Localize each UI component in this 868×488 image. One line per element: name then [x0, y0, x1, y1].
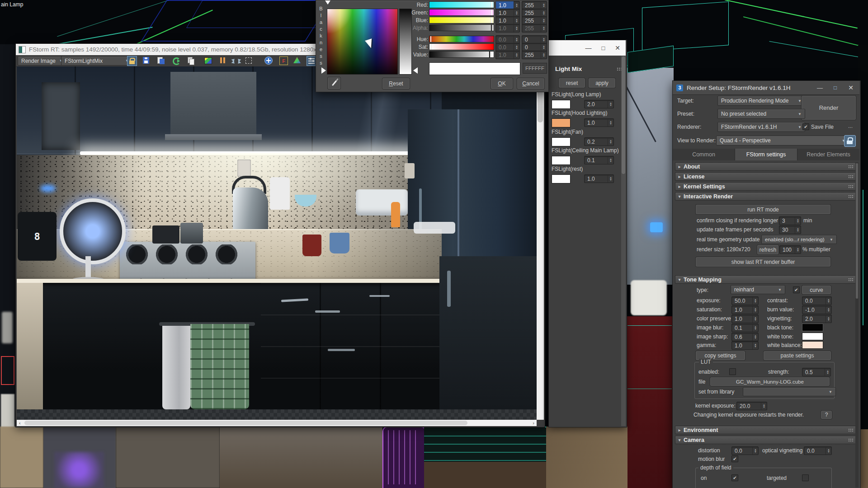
- lightmix-mode-dropdown[interactable]: FStormLightMix▼: [61, 56, 132, 66]
- maximize-button[interactable]: □: [828, 84, 842, 91]
- square-top-marker[interactable]: [325, 0, 330, 7]
- render-image-dropdown[interactable]: Render Image▼: [18, 56, 66, 66]
- save-file-checkbox[interactable]: ✔: [802, 123, 809, 130]
- light-value-spinner[interactable]: 1.0▲▼: [584, 174, 614, 183]
- rollout-tone-mapping[interactable]: ▾Tone Mapping: [675, 275, 857, 284]
- light-color-swatch[interactable]: [552, 156, 571, 165]
- update-rate-spinner[interactable]: 30▲▼: [779, 225, 801, 234]
- render-setup-scroll-thumb[interactable]: [856, 163, 858, 299]
- refresh-button[interactable]: [172, 56, 180, 65]
- burn-value-spinner[interactable]: -1.0▲▼: [802, 305, 832, 314]
- value-value-spinner[interactable]: 1.0▲▼: [495, 51, 520, 59]
- view-to-render-dropdown[interactable]: Quad 4 - Perspective▼: [716, 136, 849, 145]
- target-dropdown[interactable]: Production Rendering Mode▼: [717, 96, 805, 106]
- maximize-button[interactable]: □: [596, 45, 610, 52]
- tab-render-elements[interactable]: Render Elements: [797, 149, 859, 160]
- horizontal-scrollbar[interactable]: ‹ ›: [17, 420, 537, 426]
- rollout-kernel-settings[interactable]: ▸Kernel Settings: [675, 182, 857, 191]
- blackness-marker-right[interactable]: [410, 67, 418, 74]
- region-render-button[interactable]: [245, 56, 253, 65]
- hue-slider[interactable]: [429, 36, 494, 42]
- red-slider[interactable]: [429, 1, 494, 8]
- lightmix-apply-button[interactable]: apply: [589, 78, 615, 88]
- library-dropdown[interactable]: ▼: [743, 387, 836, 396]
- close-button[interactable]: ✕: [842, 84, 859, 91]
- value-byte-spinner[interactable]: 255▲▼: [522, 51, 547, 59]
- image-sharp-spinner[interactable]: 0.6▲▼: [731, 333, 759, 341]
- cancel-button[interactable]: Cancel: [517, 78, 544, 89]
- frame-buffer-button[interactable]: F: [279, 56, 288, 65]
- vignetting-spinner[interactable]: 2.0▲▼: [802, 314, 832, 323]
- contrast-spinner[interactable]: 0.0▲▼: [802, 296, 832, 305]
- optical-vignetting-spinner[interactable]: 0.0▲▼: [804, 446, 832, 455]
- rollout-interactive-render[interactable]: ▾Interactive Render: [675, 192, 857, 201]
- pause-button[interactable]: [219, 56, 227, 65]
- light-value-spinner[interactable]: 2.0▲▼: [584, 100, 614, 108]
- view-lock-button[interactable]: [844, 135, 856, 147]
- geometry-update-dropdown[interactable]: enabled (slo...r rendering)▼: [761, 235, 837, 244]
- kernel-exposure-spinner[interactable]: 20.0▲▼: [736, 402, 767, 410]
- rollout-about[interactable]: ▸About: [675, 162, 857, 171]
- lightmix-scroll-thumb[interactable]: [622, 56, 625, 174]
- kernel-help-button[interactable]: ?: [821, 411, 832, 419]
- rollout-license[interactable]: ▸License: [675, 172, 857, 181]
- preset-dropdown[interactable]: No preset selected▼: [717, 109, 805, 119]
- show-last-buffer-button[interactable]: show last RT render buffer: [696, 257, 830, 267]
- eyedropper-button[interactable]: [328, 77, 340, 89]
- light-color-swatch[interactable]: [552, 137, 571, 146]
- copy-button[interactable]: [187, 56, 195, 65]
- renderer-dropdown[interactable]: FStormRender v1.6.1H▼: [717, 122, 805, 132]
- blue-slider[interactable]: [429, 17, 494, 23]
- hue-blackness-square[interactable]: [327, 9, 398, 75]
- value-slider[interactable]: [429, 51, 494, 58]
- sat-slider[interactable]: [429, 43, 494, 50]
- minimize-button[interactable]: —: [811, 84, 828, 91]
- gamma-spinner[interactable]: 1.0▲▼: [731, 341, 759, 350]
- color-preserve-spinner[interactable]: 1.0▲▼: [731, 314, 759, 323]
- light-value-spinner[interactable]: 0.2▲▼: [584, 137, 614, 146]
- render-image[interactable]: 8: [17, 66, 537, 409]
- green-slider[interactable]: [429, 9, 494, 16]
- lightmix-reset-button[interactable]: reset: [559, 78, 585, 88]
- light-value-spinner[interactable]: 0.1▲▼: [584, 156, 614, 164]
- confirm-minutes-spinner[interactable]: 3▲▼: [779, 216, 801, 225]
- pan-button[interactable]: [264, 56, 273, 65]
- minimize-button[interactable]: —: [580, 44, 596, 52]
- distortion-spinner[interactable]: 0.0▲▼: [731, 446, 759, 455]
- light-value-spinner[interactable]: 1.0▲▼: [584, 118, 614, 127]
- paste-settings-button[interactable]: paste settings: [764, 351, 831, 360]
- fit-window-button[interactable]: [232, 56, 240, 65]
- hex-value-box[interactable]: FFFFFF: [523, 63, 547, 74]
- curve-button[interactable]: curve: [802, 286, 831, 294]
- saturation-spinner[interactable]: 1.0▲▼: [731, 305, 759, 314]
- close-button[interactable]: ✕: [610, 44, 626, 52]
- light-color-swatch[interactable]: [552, 174, 571, 183]
- refresh-size-button[interactable]: refresh: [757, 245, 778, 254]
- black-tone-swatch[interactable]: [802, 324, 823, 331]
- run-rt-mode-button[interactable]: run RT mode: [696, 205, 830, 214]
- vertical-scrollbar[interactable]: [537, 66, 544, 420]
- lightmix-scrollbar[interactable]: [621, 56, 626, 426]
- rollout-camera[interactable]: ▾Camera: [675, 436, 857, 444]
- lut-enabled-checkbox[interactable]: [729, 368, 736, 375]
- multiplier-spinner[interactable]: 100▲▼: [779, 245, 801, 254]
- lut-file-button[interactable]: GC_Warm_Hunny-LOG.cube: [710, 377, 830, 386]
- dof-on-checkbox[interactable]: ✔: [731, 474, 738, 481]
- curve-checkbox[interactable]: ✔: [793, 286, 800, 293]
- reset-button[interactable]: Reset: [382, 78, 410, 89]
- tab-common[interactable]: Common: [673, 149, 735, 160]
- scroll-right-icon[interactable]: ›: [533, 420, 537, 426]
- save-copy-button[interactable]: [157, 56, 165, 65]
- gamut-button[interactable]: [293, 56, 301, 64]
- hscroll-thumb[interactable]: [24, 421, 467, 425]
- scroll-left-icon[interactable]: ‹: [17, 420, 21, 426]
- lut-strength-spinner[interactable]: 0.5▲▼: [802, 368, 831, 376]
- light-color-swatch[interactable]: [552, 118, 571, 127]
- render-button[interactable]: Render: [802, 96, 856, 120]
- blackness-marker-left[interactable]: [321, 67, 329, 74]
- rollout-environment[interactable]: ▸Environment: [675, 426, 857, 434]
- light-color-swatch[interactable]: [552, 100, 571, 109]
- image-blur-spinner[interactable]: 0.1▲▼: [731, 324, 759, 332]
- motion-blur-checkbox[interactable]: ✔: [731, 455, 738, 462]
- white-balance-swatch[interactable]: [802, 341, 823, 349]
